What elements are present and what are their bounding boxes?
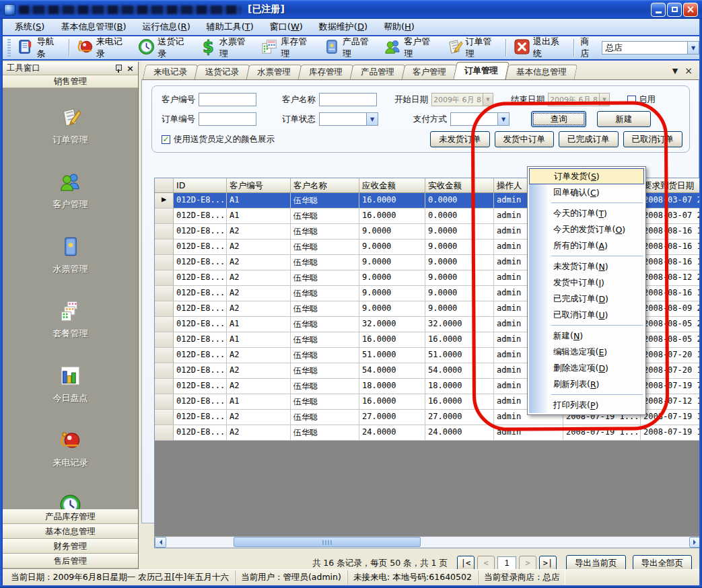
table-cell[interactable]: 伍华聪 — [291, 332, 359, 348]
table-cell[interactable]: 伍华聪 — [291, 240, 359, 255]
table-cell[interactable]: 9.0000 — [359, 224, 425, 240]
sidebar-item-1[interactable]: 订单管理 — [53, 106, 88, 146]
table-cell[interactable]: A2 — [227, 379, 291, 394]
table-cell[interactable]: 伍华聪 — [291, 224, 359, 240]
query-button[interactable]: 查询 — [531, 111, 586, 127]
row-selector-cell[interactable] — [155, 255, 174, 270]
column-header[interactable]: 应收金额 — [359, 178, 425, 193]
table-cell[interactable]: 012D-E8... — [174, 224, 227, 240]
toolbar-button-3[interactable]: 来电记录 — [72, 34, 133, 61]
payment-select[interactable]: ▼ — [450, 112, 510, 126]
table-cell[interactable]: 伍华聪 — [291, 255, 359, 270]
order-status-select[interactable]: ▼ — [319, 112, 378, 126]
table-cell[interactable]: 16.0000 — [359, 193, 425, 209]
toolbar-button-5[interactable]: $水票管理 — [195, 34, 256, 61]
sidebar-section-2[interactable]: 产品库存管理 — [3, 509, 138, 524]
table-cell[interactable]: 27.0000 — [425, 410, 494, 425]
page-number-input[interactable] — [497, 556, 516, 571]
column-header[interactable]: 要求到货日期 — [641, 178, 702, 193]
table-cell[interactable]: 9.0000 — [359, 255, 425, 270]
table-cell[interactable]: 9.0000 — [425, 270, 494, 286]
toolbar-button-6[interactable]: 库存管理 — [256, 34, 318, 61]
table-cell[interactable]: 2008-08-16 1... — [641, 240, 702, 255]
table-cell[interactable]: 伍华聪 — [291, 286, 359, 301]
tab-close-icon[interactable]: × — [685, 66, 693, 75]
row-selector-cell[interactable] — [155, 410, 174, 425]
column-header[interactable]: 实收金额 — [425, 178, 494, 193]
table-cell[interactable]: 伍华聪 — [291, 410, 359, 425]
tab-2[interactable]: 送货记录 — [195, 65, 250, 79]
minimize-button[interactable] — [651, 3, 666, 17]
sidebar-item-2[interactable]: 客户管理 — [53, 170, 88, 211]
menu-item-7[interactable]: 帮助(H) — [376, 19, 423, 35]
toolbar-button-8[interactable]: 客户管理 — [380, 34, 441, 61]
table-cell[interactable]: 54.0000 — [359, 363, 425, 379]
row-selector-cell[interactable] — [155, 286, 174, 301]
customer-code-input[interactable] — [199, 93, 256, 106]
table-cell[interactable]: 012D-E8... — [174, 209, 227, 224]
sidebar-section-3[interactable]: 基本信息管理 — [3, 524, 138, 539]
sidebar-item-6[interactable]: 来电记录 — [53, 429, 88, 469]
scrollbar-track[interactable] — [166, 537, 689, 548]
row-selector-cell[interactable]: ▶ — [155, 193, 174, 209]
status-filter-button-3[interactable]: 已完成订单 — [559, 131, 619, 147]
table-cell[interactable]: A2 — [227, 348, 291, 363]
table-cell[interactable]: A2 — [227, 255, 291, 270]
row-selector-cell[interactable] — [155, 209, 174, 224]
tab-6[interactable]: 客户管理 — [402, 65, 458, 79]
table-cell[interactable]: 伍华聪 — [291, 193, 359, 209]
sidebar-section-4[interactable]: 财务管理 — [3, 539, 138, 554]
menu-item-1[interactable]: 系统(S) — [7, 19, 52, 35]
table-cell[interactable]: 2008-08-09 2... — [641, 301, 702, 317]
column-header[interactable]: ID — [174, 178, 227, 193]
table-cell[interactable]: 012D-E8... — [174, 286, 227, 301]
table-cell[interactable]: 9.0000 — [359, 240, 425, 255]
horizontal-scrollbar[interactable] — [155, 536, 701, 548]
toolbar-button-9[interactable]: 订单管理 — [442, 34, 503, 61]
row-selector-cell[interactable] — [155, 270, 174, 286]
scrollbar-thumb[interactable] — [234, 537, 421, 547]
toolbar-button-1[interactable]: 导航条 — [13, 34, 66, 61]
table-cell[interactable]: 2008-07-19 1... — [641, 410, 702, 425]
order-code-input[interactable] — [199, 112, 256, 126]
context-menu-item-11[interactable]: 已取消订单(U) — [529, 307, 644, 323]
pin-icon[interactable] — [115, 65, 121, 73]
tab-4[interactable]: 库存管理 — [298, 65, 354, 79]
shop-select[interactable]: 总店▼ — [602, 41, 699, 54]
table-cell[interactable]: 16.0000 — [359, 209, 425, 224]
table-cell[interactable]: 2008-08-05 2... — [641, 317, 702, 332]
tab-8[interactable]: 基本信息管理 — [505, 65, 578, 79]
context-menu-item-13[interactable]: 新建(N) — [529, 328, 644, 344]
end-date-picker[interactable]: 2009年 6月 8日 ▼ — [548, 93, 610, 106]
table-cell[interactable]: A1 — [227, 394, 291, 410]
toolbar-button-7[interactable]: 产品管理 — [318, 34, 380, 61]
table-cell[interactable]: 51.0000 — [359, 348, 425, 363]
sidebar-close-icon[interactable]: × — [127, 64, 134, 73]
table-cell[interactable]: 24.0000 — [425, 425, 494, 441]
context-menu-item-8[interactable]: 未发货订单(N) — [529, 258, 644, 274]
context-menu-item-16[interactable]: 刷新列表(R) — [529, 376, 644, 392]
table-cell[interactable]: 9.0000 — [425, 255, 494, 270]
column-header[interactable]: 客户编号 — [227, 178, 291, 193]
maximize-button[interactable] — [667, 3, 682, 17]
table-cell[interactable]: 2008-08-16 1... — [641, 224, 702, 240]
table-cell[interactable]: 2008-03-07 2... — [641, 209, 702, 224]
table-cell[interactable]: 伍华聪 — [291, 301, 359, 317]
table-cell[interactable]: 012D-E8... — [174, 193, 227, 209]
context-menu-item-14[interactable]: 编辑选定项(E) — [529, 344, 644, 360]
table-cell[interactable]: 伍华聪 — [291, 425, 359, 441]
menu-item-3[interactable]: 运行信息(R) — [135, 19, 199, 35]
table-cell[interactable]: 012D-E8... — [174, 240, 227, 255]
status-filter-button-4[interactable]: 已取消订单 — [623, 131, 683, 147]
menu-item-2[interactable]: 基本信息管理(B) — [52, 19, 134, 35]
tab-5[interactable]: 产品管理 — [350, 65, 406, 79]
table-cell[interactable]: 2008-07-20 1... — [641, 363, 702, 379]
table-cell[interactable]: 伍华聪 — [291, 379, 359, 394]
table-cell[interactable]: 012D-E8... — [174, 363, 227, 379]
table-cell[interactable]: 012D-E8... — [174, 379, 227, 394]
table-cell[interactable]: 2008-03-07 2... — [641, 193, 702, 209]
status-filter-button-1[interactable]: 未发货订单 — [430, 131, 490, 147]
row-selector-cell[interactable] — [155, 332, 174, 348]
table-cell[interactable]: 012D-E8... — [174, 317, 227, 332]
toolbar-button-11[interactable]: 退出系统 — [509, 34, 570, 61]
